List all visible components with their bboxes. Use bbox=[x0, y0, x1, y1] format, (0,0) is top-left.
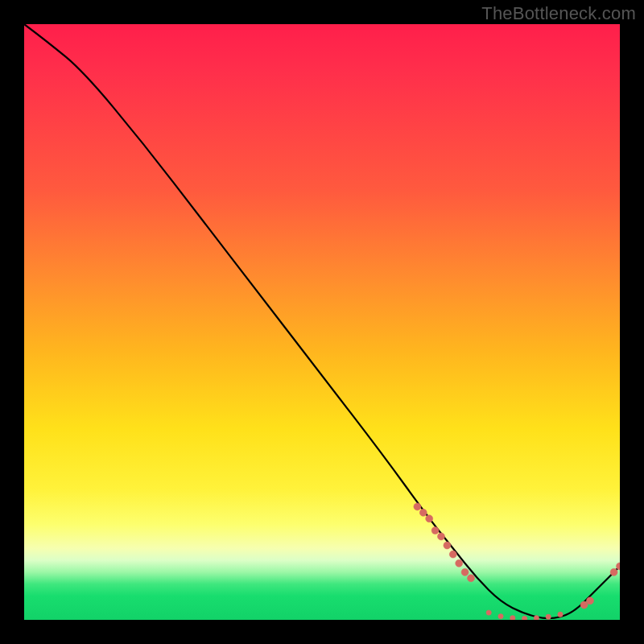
svg-point-3 bbox=[431, 527, 439, 535]
chart-overlay-svg bbox=[24, 24, 620, 620]
svg-point-4 bbox=[438, 533, 445, 540]
svg-point-10 bbox=[486, 610, 491, 615]
plot-area bbox=[24, 24, 620, 620]
svg-point-2 bbox=[426, 515, 433, 522]
svg-point-7 bbox=[456, 559, 463, 567]
bottleneck-curve bbox=[24, 24, 620, 618]
svg-point-8 bbox=[461, 568, 469, 576]
svg-point-11 bbox=[498, 613, 503, 618]
svg-point-16 bbox=[558, 612, 563, 617]
svg-point-19 bbox=[610, 568, 617, 576]
watermark-text: TheBottleneck.com bbox=[481, 3, 636, 24]
marker-cluster-descent bbox=[414, 503, 475, 582]
svg-point-9 bbox=[468, 575, 475, 582]
svg-point-5 bbox=[444, 542, 451, 549]
chart-frame: TheBottleneck.com bbox=[0, 0, 644, 644]
svg-point-0 bbox=[414, 503, 421, 510]
svg-point-13 bbox=[522, 616, 526, 620]
svg-point-6 bbox=[449, 551, 456, 558]
svg-point-15 bbox=[546, 614, 551, 619]
svg-point-18 bbox=[587, 597, 594, 605]
svg-point-12 bbox=[510, 616, 515, 620]
svg-point-14 bbox=[534, 616, 539, 620]
svg-point-1 bbox=[419, 509, 427, 516]
